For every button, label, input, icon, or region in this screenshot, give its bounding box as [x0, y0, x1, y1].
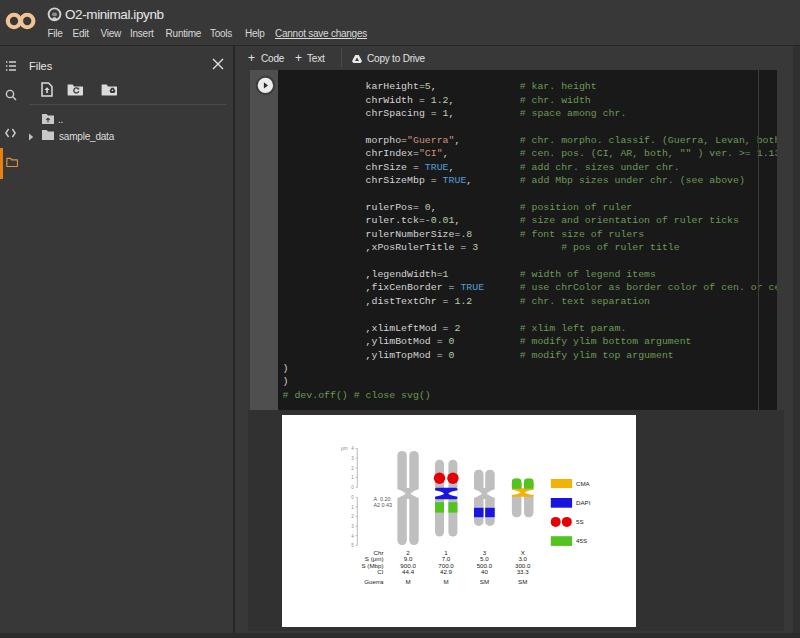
svg-text:5: 5	[351, 543, 354, 548]
svg-text:M: M	[406, 578, 411, 585]
svg-text:Guerra: Guerra	[364, 578, 384, 585]
svg-text:SM: SM	[480, 578, 489, 585]
svg-text:33.3: 33.3	[517, 568, 530, 575]
svg-text:1: 1	[351, 505, 354, 510]
svg-text:CMA: CMA	[576, 480, 591, 487]
svg-text:40: 40	[481, 568, 488, 575]
svg-text:45S: 45S	[576, 537, 587, 544]
svg-text:μm: μm	[341, 446, 348, 451]
svg-text:SM: SM	[518, 578, 527, 585]
svg-text:44.4: 44.4	[402, 568, 415, 575]
svg-text:DAPI: DAPI	[576, 499, 591, 506]
svg-text:3: 3	[351, 456, 354, 461]
svg-text:3: 3	[351, 524, 354, 529]
svg-text:M: M	[443, 578, 448, 585]
svg-text:42.9: 42.9	[440, 568, 453, 575]
svg-text:5S: 5S	[576, 518, 584, 525]
svg-text:0: 0	[351, 485, 354, 490]
svg-text:1: 1	[351, 475, 354, 480]
svg-text:A2 0.43: A2 0.43	[374, 502, 393, 508]
svg-text:4: 4	[351, 534, 354, 539]
svg-text:4: 4	[351, 446, 354, 451]
svg-text:CI: CI	[377, 568, 383, 575]
svg-text:0: 0	[351, 495, 354, 500]
svg-text:2: 2	[351, 514, 354, 519]
svg-text:2: 2	[351, 466, 354, 471]
